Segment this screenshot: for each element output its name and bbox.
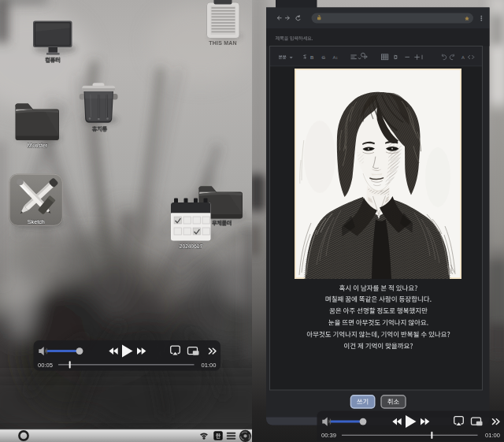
svg-text:Sketch: Sketch: [28, 218, 45, 225]
svg-text:A: A: [461, 55, 465, 60]
svg-text:A1: A1: [333, 55, 339, 60]
svg-text:01:00: 01:00: [485, 432, 500, 439]
svg-text:00:05: 00:05: [38, 362, 53, 369]
svg-text:B: B: [310, 55, 313, 60]
svg-text:Monster: Monster: [28, 143, 48, 148]
svg-text:01:00: 01:00: [201, 362, 216, 369]
svg-text:G: G: [322, 55, 326, 60]
svg-text:20240617: 20240617: [180, 243, 203, 249]
svg-text:00:39: 00:39: [321, 432, 336, 439]
svg-text:THIS MAN: THIS MAN: [209, 40, 236, 46]
